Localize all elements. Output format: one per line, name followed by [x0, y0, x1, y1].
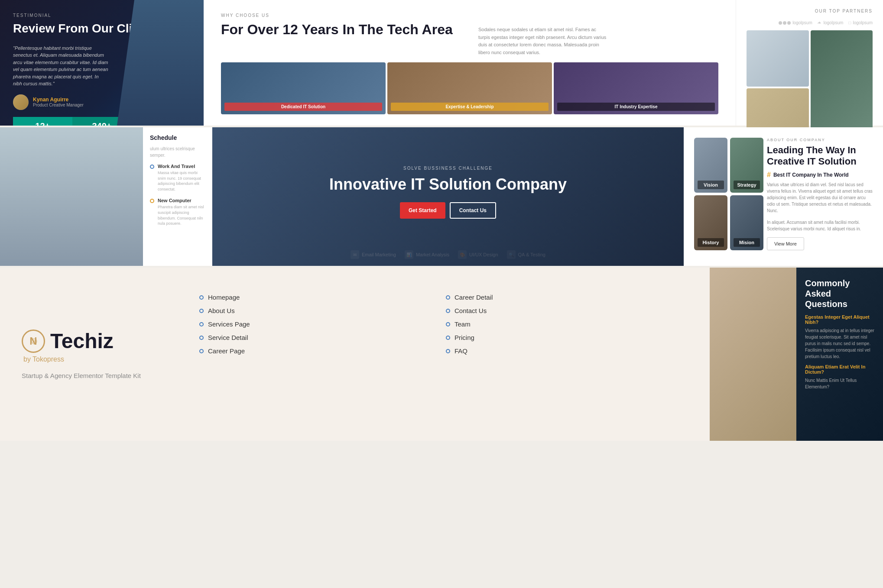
team-photo-bg [0, 127, 143, 266]
about-panel-inner: Vision Strategy History Mision [694, 138, 873, 255]
nav-dot [199, 309, 204, 313]
about-title: Leading The Way In Creative IT Solution [767, 145, 873, 168]
partners-panel: OUR TOP PARTNERS logolpsum ✦ logolpsum □… [736, 0, 883, 126]
partner-logo-1: logolpsum [779, 20, 812, 25]
schedule-text: ulum ultrices scelrisque semper. [150, 145, 205, 158]
about-subtitle: # Best IT Company In The World [767, 171, 873, 179]
about-desc-1: Varius vitae ultrices id diam vel. Sed n… [767, 181, 873, 214]
view-more-button[interactable]: View More [767, 237, 804, 250]
task-title-1: Work And Travel [158, 164, 205, 169]
nav-service-detail[interactable]: Service Detail [199, 334, 446, 341]
stat-years: 12+ Glorious Years [13, 117, 72, 126]
faq-title: Commonly Asked Questions [805, 278, 874, 309]
why-label: WHY CHOOSE US [221, 13, 461, 18]
task-dot-1 [150, 165, 154, 169]
why-image-label-3: IT Industry Expertise [557, 103, 715, 111]
vision-label: Vision [698, 181, 724, 189]
company-mission: Mision [730, 195, 763, 250]
nav-dot [446, 322, 450, 326]
nav-dot [199, 322, 204, 326]
nav-career-page[interactable]: Career Page [199, 347, 446, 355]
hero-title: Innovative IT Solution Company [329, 175, 567, 194]
stat-number: 12+ [16, 121, 69, 126]
nav-dot [446, 295, 450, 300]
testimonial-quote: "Pellentesque habitant morbi tristique s… [13, 45, 108, 87]
about-section-label: ABOUT OUR COMPANY [767, 138, 873, 142]
why-image-1: Dedicated IT Solution [221, 62, 386, 114]
why-image-2: Expertise & Leadership [387, 62, 552, 114]
nav-about-label: About Us [208, 307, 235, 314]
nav-links-panel: Homepage About Us Services Page Service … [182, 268, 710, 441]
partner-img-1 [747, 30, 809, 87]
why-image-label-2: Expertise & Leadership [391, 103, 549, 111]
about-subtitle-text: Best IT Company In The World [773, 172, 849, 178]
nav-career-detail-label: Career Detail [454, 294, 493, 301]
why-desc: Sodales neque sodales ut etiam sit amet … [478, 26, 608, 56]
why-images: Dedicated IT Solution Expertise & Leader… [221, 62, 718, 114]
schedule-title: Schedule [150, 134, 205, 141]
mission-label: Mision [734, 238, 760, 247]
nav-pricing-label: Pricing [454, 334, 474, 341]
about-image-grid: Vision Strategy History Mision [694, 138, 763, 255]
brand-by: by Tokopress [23, 355, 160, 363]
task-desc-2: Pharetra diam sit amet nisl suscipit adi… [158, 204, 205, 226]
partner-logos: logolpsum ✦ logolpsum □ logolpsum [747, 20, 873, 25]
why-choose-panel: WHY CHOOSE US For Over 12 Years In The T… [204, 0, 736, 126]
get-started-button[interactable]: Get Started [400, 202, 445, 219]
task-dot-2 [150, 199, 154, 203]
nav-contact[interactable]: Contact Us [446, 307, 692, 314]
nav-dot [446, 349, 450, 353]
faq-people-image [710, 268, 796, 441]
company-history: History [694, 195, 727, 250]
brand-icon-letter: N ⊘ [29, 335, 37, 347]
faq-panel: Commonly Asked Questions Egestas Integer… [710, 268, 883, 441]
person-bg [117, 0, 204, 126]
hero-content: SOLVE BUSSINESS CHALLENGE Innovative IT … [212, 127, 684, 266]
nav-dot [199, 349, 204, 353]
partner-img-3 [747, 88, 809, 132]
nav-pricing[interactable]: Pricing [446, 334, 692, 341]
nav-team[interactable]: Team [446, 320, 692, 328]
avatar [13, 94, 29, 110]
contact-us-button[interactable]: Contact Us [450, 202, 496, 219]
team-photo-panel [0, 127, 143, 266]
nav-dot [199, 336, 204, 340]
nav-services[interactable]: Services Page [199, 320, 446, 328]
why-image-label-1: Dedicated IT Solution [224, 103, 382, 111]
nav-col-1: Homepage About Us Services Page Service … [199, 294, 446, 415]
nav-career-page-label: Career Page [208, 347, 245, 355]
faq-q1-desc: Viverra adipiscing at in tellus integer … [805, 327, 874, 360]
partner-img-2 [811, 30, 873, 132]
task-title-2: New Computer [158, 198, 205, 203]
partner-logo-2: ✦ logolpsum [818, 20, 844, 25]
person-role: Product Creative Manager [33, 103, 84, 107]
task-list: Work And Travel Massa vitae quis morbi s… [150, 164, 205, 226]
brand-panel: N ⊘ Techiz by Tokopress Startup & Agency… [0, 268, 182, 441]
nav-about[interactable]: About Us [199, 307, 446, 314]
hero-buttons: Get Started Contact Us [400, 202, 496, 219]
task-desc-1: Massa vitae quis morbi snim nunc. 19 con… [158, 170, 205, 192]
nav-dot [446, 309, 450, 313]
company-grid: Vision Strategy History Mision [694, 138, 763, 250]
brand-tagline: Startup & Agency Elementor Template Kit [22, 372, 160, 379]
partners-label: OUR TOP PARTNERS [747, 9, 873, 13]
brand-icon: N ⊘ [22, 330, 45, 353]
person-name: Kynan Aguirre [33, 97, 84, 103]
about-desc-2: In aliquet. Accumsan sit amet nulla faci… [767, 219, 873, 232]
nav-career-detail[interactable]: Career Detail [446, 294, 692, 301]
faq-people-bg [710, 268, 796, 441]
nav-dot [446, 336, 450, 340]
why-title: For Over 12 Years In The Tech Area [221, 21, 461, 38]
faq-dark-panel: Commonly Asked Questions Egestas Integer… [796, 268, 883, 441]
nav-service-detail-label: Service Detail [208, 334, 248, 341]
faq-q2-label: Aliquam Etiam Erat Velit In Dictum? [805, 364, 874, 375]
nav-dot [199, 295, 204, 300]
strategy-label: Strategy [734, 181, 760, 189]
about-company-panel: Vision Strategy History Mision [684, 127, 883, 266]
history-label: History [698, 238, 724, 247]
hero-panel: SOLVE BUSSINESS CHALLENGE Innovative IT … [212, 127, 684, 266]
nav-homepage[interactable]: Homepage [199, 294, 446, 301]
testimonial-panel: TESTIMONIAL Review From Our Clients "Pel… [0, 0, 204, 126]
nav-col-2: Career Detail Contact Us Team Pricing FA… [446, 294, 692, 415]
nav-faq[interactable]: FAQ [446, 347, 692, 355]
